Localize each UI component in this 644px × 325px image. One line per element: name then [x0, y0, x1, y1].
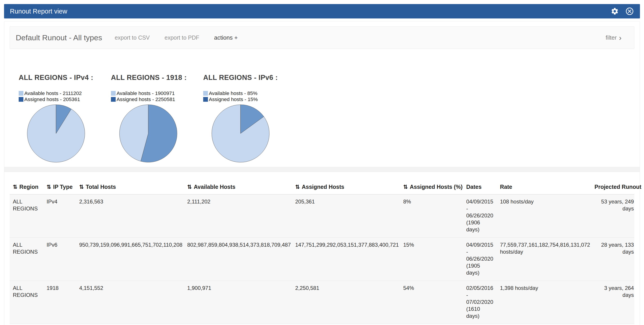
- legend-label: Assigned hosts - 205361: [24, 96, 80, 102]
- legend-swatch-assigned: [19, 97, 24, 102]
- col-header-ip-type[interactable]: ⇅IP Type: [44, 180, 76, 194]
- filter-label: filter: [606, 34, 617, 41]
- cell-projected-runout: 53 years, 249 days: [591, 194, 634, 238]
- chart-legend: Available hosts - 1900971 Assigned hosts…: [111, 90, 203, 102]
- cell-rate: 1,398 hosts/day: [497, 281, 591, 324]
- cell-dates: 02/05/2016 - 07/02/2020 (1610 days): [463, 281, 497, 324]
- settings-button[interactable]: [610, 7, 619, 16]
- title-bar: Runout Report view: [4, 4, 640, 18]
- legend-item: Available hosts - 2111202: [19, 90, 111, 96]
- cell-total-hosts: 2,316,563: [76, 194, 184, 238]
- close-button[interactable]: [625, 7, 634, 16]
- legend-swatch-assigned: [111, 97, 116, 102]
- cell-ip-type: IPv4: [44, 194, 76, 238]
- chart-title: ALL REGIONS - 1918 :: [111, 74, 203, 82]
- chart-block-ipv4: ALL REGIONS - IPv4 : Available hosts - 2…: [19, 74, 111, 163]
- filter-button[interactable]: filter ›: [606, 34, 622, 41]
- gear-icon: [611, 7, 619, 15]
- col-header-region[interactable]: ⇅Region: [10, 180, 44, 194]
- chart-block-1918: ALL REGIONS - 1918 : Available hosts - 1…: [111, 74, 203, 163]
- sort-icon[interactable]: ⇅: [46, 184, 51, 190]
- cell-projected-runout: 3 years, 264 days: [591, 281, 634, 324]
- table-row: ALL REGIONS IPv6 950,739,159,096,991,665…: [10, 238, 634, 281]
- legend-item: Assigned hosts - 15%: [203, 96, 296, 102]
- cell-available-hosts: 1,900,971: [184, 281, 292, 324]
- col-header-assigned-pct[interactable]: ⇅Assigned Hosts (%): [400, 180, 463, 194]
- legend-label: Assigned hosts - 2250581: [116, 96, 175, 102]
- col-header-assigned-hosts[interactable]: ⇅Assigned Hosts: [292, 180, 400, 194]
- cell-available-hosts: 802,987,859,804,938,514,373,818,709,487: [184, 238, 292, 281]
- chart-legend: Available hosts - 2111202 Assigned hosts…: [19, 90, 111, 102]
- cell-assigned-pct: 8%: [400, 194, 463, 238]
- cell-available-hosts: 2,111,202: [184, 194, 292, 238]
- cell-assigned-hosts: 147,751,299,292,053,151,377,883,400,721: [292, 238, 400, 281]
- export-csv-link[interactable]: export to CSV: [115, 34, 150, 41]
- sort-icon[interactable]: ⇅: [295, 184, 300, 190]
- cell-region: ALL REGIONS: [10, 238, 44, 281]
- col-header-rate: Rate: [497, 180, 591, 194]
- report-toolbar: Default Runout - All types export to CSV…: [10, 26, 634, 49]
- section-divider: [4, 167, 640, 172]
- cell-rate: 108 hosts/day: [497, 194, 591, 238]
- col-header-total-hosts[interactable]: ⇅Total Hosts: [76, 180, 184, 194]
- window-title: Runout Report view: [10, 8, 67, 15]
- col-header-dates: Dates: [463, 180, 497, 194]
- sort-icon[interactable]: ⇅: [13, 184, 18, 190]
- table-header-row: ⇅Region ⇅IP Type ⇅Total Hosts ⇅Available…: [10, 180, 634, 194]
- legend-swatch-available: [111, 91, 116, 96]
- col-header-available-hosts[interactable]: ⇅Available Hosts: [184, 180, 292, 194]
- cell-total-hosts: 4,151,552: [76, 281, 184, 324]
- legend-swatch-available: [19, 91, 24, 96]
- cell-dates: 04/09/2015 - 06/26/2020 (1906 days): [463, 194, 497, 238]
- cell-ip-type: 1918: [44, 281, 76, 324]
- runout-table: ⇅Region ⇅IP Type ⇅Total Hosts ⇅Available…: [10, 180, 634, 324]
- pie-chart-1918: [119, 104, 203, 163]
- cell-rate: 77,559,737,161,182,754,816,131,072 hosts…: [497, 238, 591, 281]
- content-panel: Default Runout - All types export to CSV…: [4, 21, 640, 325]
- chart-legend: Available hosts - 85% Assigned hosts - 1…: [203, 90, 296, 102]
- pie-chart-ipv6: [211, 104, 296, 163]
- chart-title: ALL REGIONS - IPv6 :: [203, 74, 296, 82]
- legend-label: Available hosts - 85%: [209, 90, 258, 96]
- cell-assigned-hosts: 2,250,581: [292, 281, 400, 324]
- table-row: ALL REGIONS IPv4 2,316,563 2,111,202 205…: [10, 194, 634, 238]
- sort-icon[interactable]: ⇅: [187, 184, 192, 190]
- col-header-projected-runout: Projected Runout: [591, 180, 634, 194]
- cell-assigned-hosts: 205,361: [292, 194, 400, 238]
- chart-title: ALL REGIONS - IPv4 :: [19, 74, 111, 82]
- sort-icon[interactable]: ⇅: [403, 184, 408, 190]
- legend-item: Available hosts - 85%: [203, 90, 296, 96]
- close-icon: [626, 7, 634, 15]
- legend-item: Assigned hosts - 2250581: [111, 96, 203, 102]
- cell-region: ALL REGIONS: [10, 281, 44, 324]
- legend-label: Assigned hosts - 15%: [209, 96, 258, 102]
- actions-button[interactable]: actions +: [214, 34, 238, 41]
- cell-dates: 04/09/2015 - 06/26/2020 (1905 days): [463, 238, 497, 281]
- cell-ip-type: IPv6: [44, 238, 76, 281]
- legend-item: Assigned hosts - 205361: [19, 96, 111, 102]
- chart-block-ipv6: ALL REGIONS - IPv6 : Available hosts - 8…: [203, 74, 296, 163]
- cell-region: ALL REGIONS: [10, 194, 44, 238]
- legend-label: Available hosts - 1900971: [116, 90, 175, 96]
- cell-projected-runout: 28 years, 133 days: [591, 238, 634, 281]
- chevron-right-icon: ›: [619, 35, 622, 40]
- sort-icon[interactable]: ⇅: [79, 184, 84, 190]
- charts-section: ALL REGIONS - IPv4 : Available hosts - 2…: [10, 74, 634, 163]
- runout-report-window: Runout Report view Default Runout - All …: [4, 4, 640, 325]
- cell-assigned-pct: 54%: [400, 281, 463, 324]
- legend-label: Available hosts - 2111202: [24, 90, 82, 96]
- export-pdf-link[interactable]: export to PDF: [164, 34, 199, 41]
- table-row: ALL REGIONS 1918 4,151,552 1,900,971 2,2…: [10, 281, 634, 324]
- pie-chart-ipv4: [27, 104, 111, 163]
- legend-swatch-available: [203, 91, 208, 96]
- cell-total-hosts: 950,739,159,096,991,665,751,702,110,208: [76, 238, 184, 281]
- legend-item: Available hosts - 1900971: [111, 90, 203, 96]
- report-title: Default Runout - All types: [16, 33, 102, 42]
- legend-swatch-assigned: [203, 97, 208, 102]
- cell-assigned-pct: 15%: [400, 238, 463, 281]
